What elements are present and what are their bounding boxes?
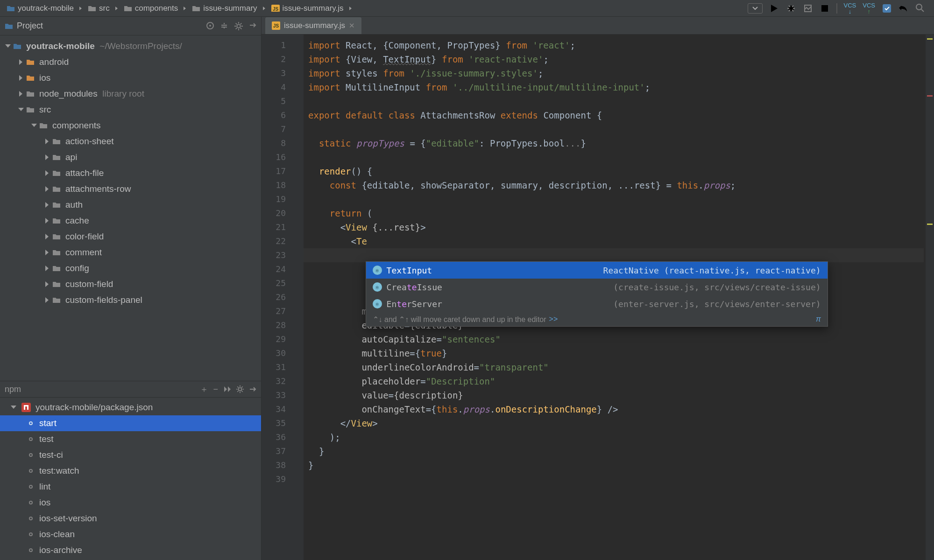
fold-gutter[interactable] (292, 35, 304, 560)
tree-item[interactable]: config (0, 260, 261, 276)
search-everywhere-icon[interactable] (915, 3, 926, 14)
react-icon: ⚛ (373, 282, 382, 292)
tree-item[interactable]: attach-file (0, 165, 261, 181)
completion-item[interactable]: ⚛CreateIssue(create-issue.js, src/views/… (366, 279, 828, 295)
tree-item[interactable]: cache (0, 213, 261, 229)
code-editor[interactable]: 1234567816171819202122232425262728293031… (262, 35, 934, 560)
breadcrumb-item[interactable]: components (121, 4, 181, 13)
breadcrumb-item[interactable]: src (85, 4, 113, 13)
tree-item[interactable]: attachments-row (0, 181, 261, 197)
project-tree[interactable]: youtrack-mobile ~/WebstormProjects/andro… (0, 35, 261, 381)
undo-icon[interactable] (899, 3, 909, 14)
npm-settings-icon[interactable] (236, 385, 244, 393)
tree-item[interactable]: components (0, 118, 261, 133)
npm-sidebar-label: npm (5, 385, 21, 394)
npm-panel-header: npm ＋ − (0, 381, 261, 398)
chevron-right-icon (114, 6, 119, 11)
error-stripe[interactable] (926, 35, 934, 560)
hide-panel-icon[interactable] (249, 21, 256, 31)
npm-remove-icon[interactable]: − (213, 385, 218, 394)
locate-icon[interactable] (206, 21, 214, 31)
tree-item[interactable]: node_modules library root (0, 86, 261, 102)
tree-item[interactable]: api (0, 149, 261, 165)
toolbar-separator (836, 3, 837, 14)
caret-line-highlight (304, 248, 924, 262)
react-icon: ⚛ (373, 299, 382, 308)
npm-hide-icon[interactable] (249, 385, 256, 393)
tree-item[interactable]: custom-field (0, 276, 261, 292)
debug-icon[interactable] (786, 3, 796, 14)
tree-item[interactable]: src (0, 102, 261, 118)
breadcrumb-item[interactable]: youtrack-mobile (4, 4, 77, 13)
npm-package-header[interactable]: youtrack-mobile/package.json (0, 399, 261, 415)
chevron-right-icon (262, 6, 267, 11)
npm-script-ios-clean[interactable]: ios-clean (0, 526, 261, 542)
project-panel-header: Project (0, 17, 261, 35)
editor-tabs: issue-summary.js ✕ (262, 17, 934, 35)
main-toolbar: VCS↓ VCS↑ (748, 2, 934, 14)
npm-script-ios-set-version[interactable]: ios-set-version (0, 511, 261, 526)
line-number-gutter: 1234567816171819202122232425262728293031… (262, 35, 292, 560)
chevron-right-icon (78, 6, 83, 11)
tree-item[interactable]: comment (0, 245, 261, 260)
tree-item[interactable]: youtrack-mobile ~/WebstormProjects/ (0, 38, 261, 54)
stop-icon[interactable] (820, 3, 830, 14)
tab-issue-summary[interactable]: issue-summary.js ✕ (265, 17, 361, 34)
vcs-update-icon[interactable]: VCS↓ (844, 2, 856, 14)
code-completion-popup[interactable]: ⚛TextInputReactNative (react-native.js, … (366, 261, 828, 327)
tree-item[interactable]: custom-fields-panel (0, 292, 261, 308)
npm-script-test:watch[interactable]: test:watch (0, 463, 261, 479)
tree-item[interactable]: action-sheet (0, 133, 261, 149)
close-tab-icon[interactable]: ✕ (349, 21, 355, 30)
react-icon: ⚛ (373, 266, 382, 275)
completion-footer: ⌃↓ and ⌃↑ will move caret down and up in… (366, 312, 828, 326)
npm-script-test[interactable]: test (0, 431, 261, 447)
npm-run-icon[interactable] (223, 385, 231, 393)
settings-icon[interactable] (234, 21, 243, 31)
tree-item[interactable]: android (0, 54, 261, 70)
run-icon[interactable] (769, 3, 779, 14)
top-navbar: youtrack-mobilesrccomponentsissue-summar… (0, 0, 934, 17)
coverage-icon[interactable] (803, 3, 813, 14)
npm-script-ios[interactable]: ios (0, 495, 261, 511)
tree-item[interactable]: color-field (0, 229, 261, 245)
completion-item[interactable]: ⚛TextInputReactNative (react-native.js, … (366, 262, 828, 279)
sync-icon[interactable] (882, 3, 892, 14)
svg-point-9 (209, 25, 211, 27)
tab-label: issue-summary.js (284, 21, 345, 30)
svg-rect-7 (883, 4, 891, 13)
tree-item[interactable]: ios (0, 70, 261, 86)
chevron-right-icon (348, 6, 353, 11)
npm-script-start[interactable]: start (0, 415, 261, 431)
npm-script-lint[interactable]: lint (0, 479, 261, 495)
tree-item[interactable]: auth (0, 197, 261, 213)
chevron-right-icon (183, 6, 187, 11)
npm-scripts-list[interactable]: youtrack-mobile/package.jsonstarttesttes… (0, 398, 261, 560)
project-panel-title: Project (17, 21, 43, 31)
pi-icon[interactable]: π (816, 315, 821, 323)
collapse-all-icon[interactable] (220, 21, 228, 31)
completion-more-link[interactable]: >> (549, 315, 558, 323)
breadcrumb-item[interactable]: issue-summary (189, 4, 260, 13)
completion-item[interactable]: ⚛EnterServer(enter-server.js, src/views/… (366, 295, 828, 312)
vcs-commit-icon[interactable]: VCS↑ (863, 2, 875, 14)
breadcrumb: youtrack-mobilesrccomponentsissue-summar… (0, 4, 353, 13)
breadcrumb-item[interactable]: issue-summary.js (269, 4, 347, 13)
npm-script-test-ci[interactable]: test-ci (0, 447, 261, 463)
npm-script-ios-archive[interactable]: ios-archive (0, 542, 261, 558)
npm-add-icon[interactable]: ＋ (200, 384, 208, 395)
run-config-combo[interactable] (748, 3, 763, 14)
svg-rect-10 (21, 403, 31, 412)
